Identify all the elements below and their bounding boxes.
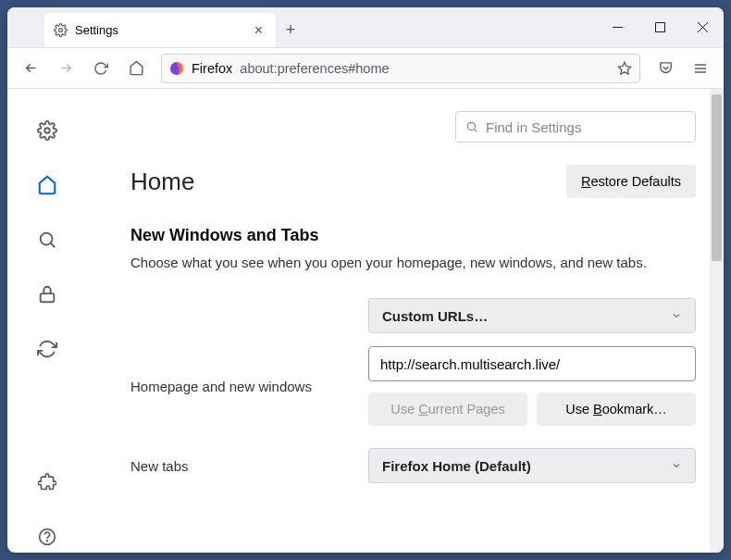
url-path: about:preferences#home — [240, 61, 389, 76]
svg-point-15 — [46, 541, 47, 541]
back-button[interactable] — [15, 54, 46, 83]
search-input[interactable]: Find in Settings — [455, 111, 696, 143]
homepage-label: Homepage and new windows — [130, 379, 362, 394]
navigation-toolbar: Firefox about:preferences#home — [7, 48, 724, 89]
tab-title: Settings — [75, 23, 118, 37]
svg-rect-13 — [40, 293, 54, 302]
homepage-mode-select[interactable]: Custom URLs… — [368, 298, 696, 333]
tab-settings[interactable]: Settings × — [44, 13, 276, 47]
close-button[interactable] — [681, 7, 724, 47]
firefox-icon — [169, 61, 184, 76]
reload-button[interactable] — [85, 54, 117, 83]
chevron-down-icon — [671, 460, 682, 471]
sidebar-item-privacy[interactable] — [31, 279, 63, 310]
gear-icon — [54, 23, 68, 37]
search-icon — [465, 120, 478, 133]
main-panel: Find in Settings Home Restore Defaults N… — [86, 89, 724, 553]
content-area: Find in Settings Home Restore Defaults N… — [7, 89, 724, 553]
page-title: Home — [130, 168, 194, 196]
section-description: Choose what you see when you open your h… — [130, 255, 696, 270]
pocket-button[interactable] — [650, 54, 681, 83]
newtabs-select[interactable]: Firefox Home (Default) — [368, 448, 696, 483]
sidebar-item-general[interactable] — [31, 115, 63, 146]
tab-close-icon[interactable]: × — [251, 22, 266, 39]
search-placeholder: Find in Settings — [486, 119, 581, 135]
sidebar-item-extensions[interactable] — [31, 467, 63, 498]
select-value: Firefox Home (Default) — [382, 458, 531, 474]
select-value: Custom URLs… — [382, 308, 488, 324]
use-bookmark-button[interactable]: Use Bookmark… — [537, 392, 696, 426]
section-heading: New Windows and Tabs — [130, 226, 696, 245]
scrollbar-thumb[interactable] — [712, 94, 722, 261]
svg-point-0 — [59, 29, 63, 32]
sidebar-item-search[interactable] — [31, 224, 63, 255]
maximize-button[interactable] — [638, 7, 681, 47]
app-menu-button[interactable] — [685, 54, 716, 83]
svg-point-11 — [40, 233, 52, 245]
svg-line-12 — [50, 243, 55, 248]
minimize-button[interactable] — [596, 7, 638, 47]
sidebar-item-home[interactable] — [31, 169, 63, 201]
scrollbar[interactable] — [710, 89, 724, 553]
homepage-url-input[interactable] — [368, 346, 696, 381]
forward-button — [50, 54, 81, 83]
bookmark-star-icon[interactable] — [617, 61, 632, 76]
svg-rect-2 — [655, 23, 664, 32]
new-tab-button[interactable]: + — [276, 13, 305, 47]
sidebar-item-sync[interactable] — [31, 333, 63, 365]
use-current-pages-button: Use Current Pages — [368, 392, 527, 426]
svg-point-10 — [44, 128, 50, 133]
restore-defaults-button[interactable]: Restore Defaults — [566, 165, 696, 198]
newtabs-label: New tabs — [130, 458, 362, 474]
home-button[interactable] — [120, 54, 152, 83]
settings-sidebar — [7, 89, 86, 553]
sidebar-item-help[interactable] — [31, 521, 63, 553]
title-bar: Settings × + — [7, 7, 724, 48]
browser-window: Settings × + Firefox about:preferences#h… — [7, 7, 724, 553]
svg-marker-6 — [618, 62, 630, 74]
chevron-down-icon — [671, 310, 682, 321]
window-controls — [596, 7, 724, 47]
svg-line-17 — [474, 129, 477, 131]
svg-point-16 — [467, 122, 475, 130]
url-prefix: Firefox — [192, 61, 232, 76]
url-bar[interactable]: Firefox about:preferences#home — [161, 54, 640, 83]
